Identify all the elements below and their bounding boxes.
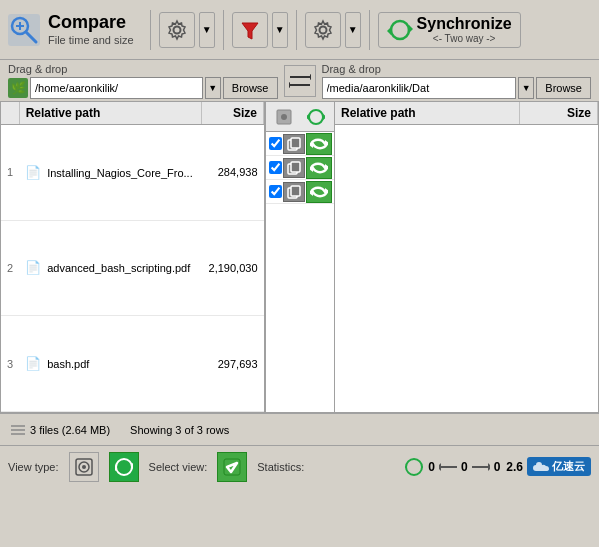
settings-dropdown[interactable]: ▼ — [199, 12, 215, 48]
cloud-brand: 亿速云 — [527, 457, 591, 476]
green-sync-icon — [310, 159, 328, 177]
cloud-brand-text: 亿速云 — [552, 459, 585, 474]
right-path-row: ▼ Browse — [322, 77, 592, 99]
left-path-folder-icon: 🌿 — [8, 78, 28, 98]
view-type-label: View type: — [8, 461, 59, 473]
select-view-btn[interactable] — [217, 452, 247, 482]
preview-view-icon — [75, 458, 93, 476]
copy-left-btn[interactable] — [283, 158, 305, 178]
sync-action-btn[interactable] — [306, 157, 332, 179]
left-panel: Relative path Size 1 📄 Installing_Nagios… — [1, 102, 265, 412]
main-area: Relative path Size 1 📄 Installing_Nagios… — [0, 102, 599, 413]
brand-subtitle: File time and size — [48, 34, 134, 47]
left-path-col-header: Relative path — [19, 102, 201, 125]
mid-preview-icon[interactable] — [273, 106, 295, 128]
row-checkbox[interactable] — [269, 161, 282, 174]
filename-text: Installing_Nagios_Core_Fro... — [47, 167, 193, 179]
left-path-input[interactable] — [30, 77, 203, 99]
svg-marker-9 — [387, 27, 391, 35]
table-row[interactable]: 2 📄 advanced_bash_scripting.pdf 2,190,03… — [1, 220, 264, 316]
table-row[interactable]: 3 📄 bash.pdf 297,693 — [1, 316, 264, 412]
copy-icon — [287, 185, 301, 199]
mid-header — [266, 102, 334, 132]
brand-title: Compare — [48, 12, 134, 34]
view-type-sync-btn[interactable] — [109, 452, 139, 482]
bottombar: View type: Select view: Statistics: 0 — [0, 445, 599, 487]
synchronize-button[interactable]: Synchronize <- Two way -> — [378, 12, 521, 48]
svg-marker-13 — [289, 82, 290, 88]
left-path-dropdown[interactable]: ▼ — [205, 77, 221, 99]
swap-icon — [289, 72, 311, 90]
right-path-section: Drag & drop ▼ Browse — [322, 63, 592, 99]
svg-rect-27 — [291, 186, 300, 196]
sync-text: Synchronize <- Two way -> — [417, 14, 512, 45]
stat-3: 2.6 — [506, 460, 523, 474]
sep-4 — [369, 10, 370, 50]
svg-marker-17 — [307, 114, 309, 120]
brand-text: Compare File time and size — [48, 12, 134, 47]
right-path-col-header: Relative path — [335, 102, 519, 125]
stat-1: 0 — [461, 460, 468, 474]
svg-point-15 — [281, 114, 287, 120]
green-sync-icon — [310, 183, 328, 201]
filename-text: bash.pdf — [47, 358, 89, 370]
svg-point-5 — [173, 26, 180, 33]
sync-action-btn[interactable] — [306, 181, 332, 203]
row-checkbox[interactable] — [269, 185, 282, 198]
mid-sync-icon[interactable] — [305, 106, 327, 128]
select-icon — [223, 458, 241, 476]
sync-title: Synchronize — [417, 14, 512, 33]
mid-row — [266, 156, 334, 180]
mid-row — [266, 132, 334, 156]
copy-left-btn[interactable] — [283, 134, 305, 154]
statistics-label: Statistics: — [257, 461, 304, 473]
left-num-col-header — [1, 102, 19, 125]
svg-marker-37 — [115, 465, 116, 471]
table-row[interactable]: 1 📄 Installing_Nagios_Core_Fro... 284,93… — [1, 125, 264, 221]
stats-sync-icon — [404, 457, 424, 477]
svg-marker-11 — [310, 74, 311, 80]
mid-row — [266, 180, 334, 204]
row-checkbox[interactable] — [269, 137, 282, 150]
options-dropdown[interactable]: ▼ — [345, 12, 361, 48]
settings-button[interactable] — [159, 12, 195, 48]
right-panel: Relative path Size — [335, 102, 598, 412]
row-filename: 📄 bash.pdf — [19, 316, 201, 412]
right-browse-button[interactable]: Browse — [536, 77, 591, 99]
left-browse-button[interactable]: Browse — [223, 77, 278, 99]
svg-marker-43 — [488, 463, 490, 471]
row-size: 2,190,030 — [202, 220, 264, 316]
svg-point-35 — [82, 465, 86, 469]
svg-rect-19 — [291, 138, 300, 148]
options-button[interactable] — [305, 12, 341, 48]
right-size-col-header: Size — [519, 102, 597, 125]
preview-icon — [275, 108, 293, 126]
right-path-input[interactable] — [322, 77, 517, 99]
svg-point-7 — [319, 26, 326, 33]
sync-view-icon — [115, 458, 133, 476]
swap-button[interactable] — [284, 65, 316, 97]
filter-dropdown[interactable]: ▼ — [272, 12, 288, 48]
copy-left-btn[interactable] — [283, 182, 305, 202]
row-num: 2 — [1, 220, 19, 316]
left-size-col-header: Size — [202, 102, 264, 125]
sync-arrows-icon — [307, 108, 325, 126]
sep-3 — [296, 10, 297, 50]
files-count: 3 files (2.64 MB) — [30, 424, 110, 436]
filter-icon — [239, 19, 261, 41]
mid-rows — [266, 132, 334, 412]
svg-marker-6 — [242, 23, 258, 39]
row-size: 297,693 — [202, 316, 264, 412]
filter-button[interactable] — [232, 12, 268, 48]
pdf-icon: 📄 — [25, 165, 41, 180]
statusbar: 3 files (2.64 MB) Showing 3 of 3 rows — [0, 413, 599, 445]
sync-action-btn[interactable] — [306, 133, 332, 155]
toolbar: Compare File time and size ▼ ▼ ▼ — [0, 0, 599, 60]
copy-icon — [287, 137, 301, 151]
right-path-dropdown[interactable]: ▼ — [518, 77, 534, 99]
copy-icon — [287, 161, 301, 175]
view-type-preview-btn[interactable] — [69, 452, 99, 482]
pdf-icon: 📄 — [25, 356, 41, 371]
stat-0: 0 — [428, 460, 435, 474]
showing-rows: Showing 3 of 3 rows — [130, 424, 229, 436]
